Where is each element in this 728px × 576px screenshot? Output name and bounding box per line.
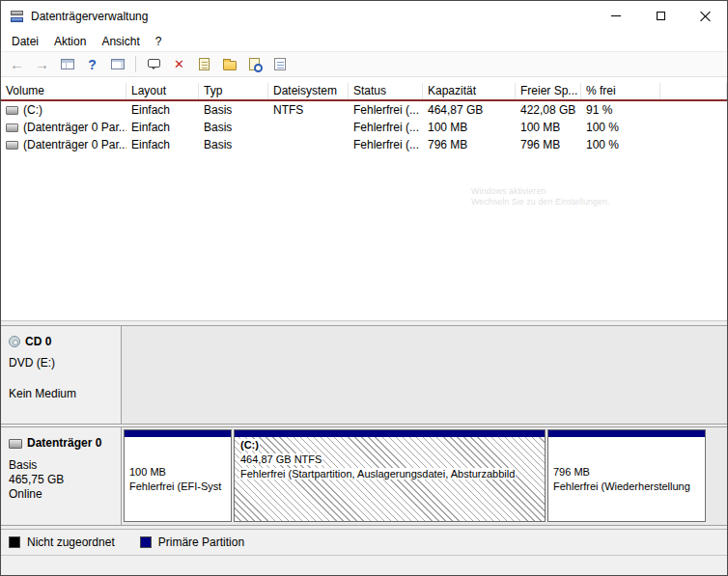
minimize-button[interactable] [594, 1, 638, 31]
column-header-prozent-frei[interactable]: % frei [581, 83, 660, 99]
window-title: Datenträgerverwaltung [31, 10, 148, 23]
partition-c[interactable]: (C:) 464,87 GB NTFS Fehlerfrei (Startpar… [234, 429, 546, 522]
disk0-panel[interactable]: Datenträger 0 Basis 465,75 GB Online [1, 427, 122, 525]
menubar: Datei Aktion Ansicht ? [1, 31, 727, 51]
partition-recovery[interactable]: 796 MB Fehlerfrei (Wiederherstellung [547, 429, 706, 522]
app-icon [10, 9, 25, 24]
volume-row-efi[interactable]: (Datenträger 0 Par... Einfach Basis Fehl… [1, 119, 727, 136]
titlebar: Datenträgerverwaltung [1, 1, 727, 31]
partition-recovery-size: 796 MB [553, 465, 700, 480]
freier-speicher-cell: 100 MB [516, 121, 581, 134]
freier-speicher-cell: 796 MB [516, 138, 581, 151]
back-button[interactable]: ← [7, 54, 27, 74]
menu-item-hilfe[interactable]: ? [148, 32, 170, 51]
column-header-status[interactable]: Status [349, 83, 423, 99]
console-tree-icon [61, 59, 74, 69]
layout-cell: Einfach [126, 138, 199, 151]
status-cell: Fehlerfrei (... [349, 121, 423, 134]
menu-item-aktion[interactable]: Aktion [46, 32, 94, 51]
partition-c-size: 464,87 GB NTFS [239, 453, 540, 467]
prozent-frei-cell: 100 % [581, 121, 660, 134]
disk0-type: Basis [9, 458, 115, 473]
column-header-freier-speicher[interactable]: Freier Sp... [516, 83, 581, 99]
disk0-row: Datenträger 0 Basis 465,75 GB Online 100… [1, 426, 727, 526]
legend-bar: Nicht zugeordnet Primäre Partition [1, 529, 727, 555]
partition-recovery-status: Fehlerfrei (Wiederherstellung [553, 480, 700, 494]
new-document-button[interactable] [194, 54, 214, 74]
legend-label-primary-partition: Primäre Partition [158, 535, 244, 549]
unallocated-swatch-icon [9, 536, 20, 548]
document-search-button[interactable] [244, 54, 265, 74]
delete-button[interactable]: ✕ [169, 54, 189, 74]
legend-item-primary-partition: Primäre Partition [140, 535, 244, 549]
typ-cell: Basis [199, 121, 268, 134]
primary-partition-swatch-icon [140, 536, 152, 548]
list-view-button[interactable] [269, 54, 290, 74]
cd-media-status: Kein Medium [9, 387, 115, 400]
status-cell: Fehlerfrei (... [349, 138, 423, 151]
help-button[interactable]: ? [82, 54, 102, 74]
partition-efi-size: 100 MB [129, 465, 226, 480]
cd-icon [9, 336, 20, 347]
status-cell: Fehlerfrei (... [349, 103, 423, 117]
column-header-kapazitaet[interactable]: Kapazität [423, 83, 516, 99]
layout-cell: Einfach [126, 121, 199, 134]
legend-label-unallocated: Nicht zugeordnet [27, 535, 115, 549]
minimize-icon [611, 15, 621, 16]
kapazitaet-cell: 100 MB [423, 121, 516, 134]
freier-speicher-cell: 422,08 GB [516, 103, 581, 117]
maximize-button[interactable] [638, 1, 683, 31]
column-header-filler [660, 83, 727, 99]
cd-drive-letter: DVD (E:) [9, 356, 115, 370]
cd-title: CD 0 [25, 335, 51, 348]
column-header-dateisystem[interactable]: Dateisystem [268, 83, 349, 99]
new-document-icon [199, 58, 210, 70]
kapazitaet-cell: 464,87 GB [423, 103, 516, 117]
typ-cell: Basis [199, 138, 268, 151]
disk-icon [9, 439, 22, 449]
dateisystem-cell: NTFS [268, 103, 349, 117]
graphical-view: CD 0 DVD (E:) Kein Medium Datenträger 0 … [1, 323, 727, 529]
cd-drive-panel[interactable]: CD 0 DVD (E:) Kein Medium [1, 326, 122, 424]
partition-c-status: Fehlerfrei (Startpartition, Auslagerungs… [239, 467, 540, 481]
prozent-frei-cell: 91 % [581, 103, 660, 117]
volume-cell: (Datenträger 0 Par... [1, 138, 126, 151]
partition-efi-status: Fehlerfrei (EFI-Syst [129, 480, 226, 494]
action-pane-icon [111, 59, 125, 69]
volume-row-recovery[interactable]: (Datenträger 0 Par... Einfach Basis Fehl… [1, 136, 727, 153]
toolbar: ← → ? ✕ [1, 51, 727, 77]
volume-row-c[interactable]: (C:) Einfach Basis NTFS Fehlerfrei (... … [1, 101, 727, 119]
menu-item-ansicht[interactable]: Ansicht [94, 32, 147, 51]
maximize-icon [657, 12, 665, 20]
volume-drive-icon [6, 123, 18, 132]
partition-efi-color-bar [125, 430, 231, 437]
column-header-typ[interactable]: Typ [199, 83, 268, 99]
partition-c-name: (C:) [239, 438, 540, 453]
list-view-icon [274, 58, 286, 70]
console-tree-button[interactable] [57, 54, 77, 74]
close-button[interactable] [683, 1, 727, 31]
statusbar [1, 555, 727, 575]
folder-button[interactable] [219, 54, 239, 74]
document-search-icon [249, 58, 260, 70]
kapazitaet-cell: 796 MB [423, 138, 516, 151]
forward-button[interactable]: → [32, 54, 52, 74]
layout-cell: Einfach [126, 103, 199, 117]
column-header-volume[interactable]: Volume [1, 83, 126, 99]
column-header-layout[interactable]: Layout [126, 83, 199, 99]
action-pane-button[interactable] [107, 54, 127, 74]
prozent-frei-cell: 100 % [581, 138, 660, 151]
properties-button[interactable] [144, 54, 164, 74]
volume-drive-icon [6, 141, 18, 150]
legend-item-unallocated: Nicht zugeordnet [9, 535, 115, 549]
partition-recovery-color-bar [548, 430, 705, 437]
menu-item-datei[interactable]: Datei [4, 32, 46, 51]
partition-efi[interactable]: 100 MB Fehlerfrei (EFI-Syst [124, 429, 232, 522]
disk-management-window: { "window": { "title": "Datenträgerverwa… [0, 0, 728, 576]
close-icon [700, 11, 711, 21]
disk0-status: Online [9, 487, 115, 502]
caption-buttons [594, 1, 727, 31]
volume-drive-icon [6, 106, 18, 115]
folder-icon [223, 61, 237, 70]
volume-list-header: Volume Layout Typ Dateisystem Status Kap… [1, 83, 727, 101]
